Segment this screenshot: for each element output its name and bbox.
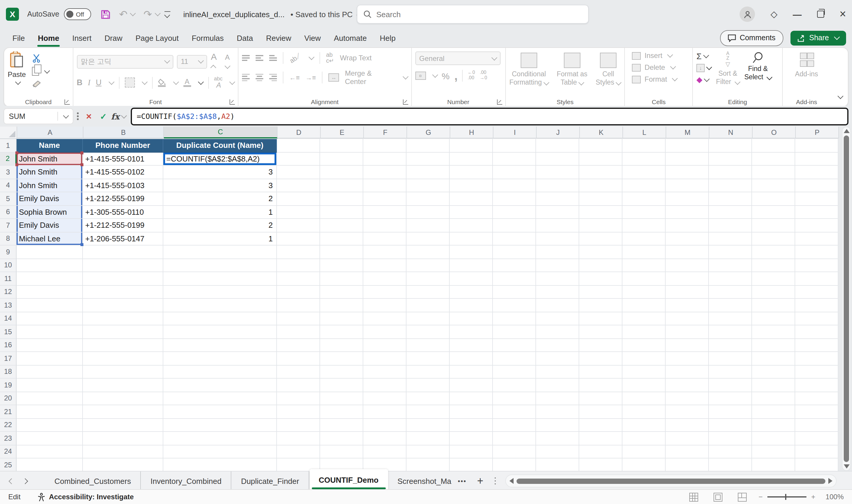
ribbon-tab-review[interactable]: Review <box>259 30 297 46</box>
cell-A3[interactable]: John Smith <box>17 166 83 179</box>
cell-I6[interactable] <box>493 205 536 219</box>
cell-O9[interactable] <box>752 246 795 259</box>
cell-G22[interactable] <box>406 418 450 432</box>
cell-I7[interactable] <box>493 219 536 232</box>
cancel-icon[interactable]: × <box>86 111 92 122</box>
cell-E8[interactable] <box>320 232 363 246</box>
cell-H25[interactable] <box>450 458 493 472</box>
cell-F2[interactable] <box>363 152 406 166</box>
cell-A6[interactable]: Sophia Brown <box>17 205 83 219</box>
cell-C8[interactable]: 1 <box>163 232 277 246</box>
autosum-button[interactable]: Σ <box>696 52 711 61</box>
row-header-6[interactable]: 6 <box>0 205 17 219</box>
cell-B21[interactable] <box>83 405 163 418</box>
bold-button[interactable]: B <box>77 78 83 87</box>
page-break-view-icon[interactable] <box>738 492 747 501</box>
cell-B10[interactable] <box>83 259 163 272</box>
cell-G24[interactable] <box>406 445 450 458</box>
cell-G20[interactable] <box>406 392 450 405</box>
cell-G13[interactable] <box>406 299 450 312</box>
cell-C7[interactable]: 2 <box>163 219 277 232</box>
cell-C1[interactable]: Duplicate Count (Name) <box>163 139 277 152</box>
cell-H18[interactable] <box>450 365 493 379</box>
cell-G5[interactable] <box>406 192 450 205</box>
cell-D12[interactable] <box>277 285 320 299</box>
cell-K23[interactable] <box>579 432 622 445</box>
font-size-select[interactable]: 11 <box>177 55 207 68</box>
column-header-G[interactable]: G <box>407 127 450 139</box>
cell-N8[interactable] <box>709 232 752 246</box>
cell-K17[interactable] <box>579 352 622 365</box>
cell-O13[interactable] <box>752 299 795 312</box>
cell-K1[interactable] <box>579 139 622 152</box>
enter-icon[interactable]: ✓ <box>100 111 107 121</box>
redo-button[interactable]: ↷ <box>144 8 152 20</box>
ribbon-tab-insert[interactable]: Insert <box>66 30 98 46</box>
row-header-17[interactable]: 17 <box>0 352 17 365</box>
cell-K22[interactable] <box>579 418 622 432</box>
cell-F17[interactable] <box>363 352 406 365</box>
cell-B3[interactable]: +1-415-555-0102 <box>83 166 163 179</box>
row-header-19[interactable]: 19 <box>0 379 17 392</box>
cell-D22[interactable] <box>277 418 320 432</box>
cell-P14[interactable] <box>795 312 838 325</box>
excel-logo-icon[interactable]: X <box>6 8 19 21</box>
cell-B8[interactable]: +1-206-555-0147 <box>83 232 163 246</box>
cell-O17[interactable] <box>752 352 795 365</box>
cell-B12[interactable] <box>83 285 163 299</box>
cell-D2[interactable] <box>277 152 320 166</box>
cell-P16[interactable] <box>795 339 838 352</box>
cell-O24[interactable] <box>752 445 795 458</box>
delete-cells-button[interactable]: Delete <box>632 63 689 72</box>
cell-A9[interactable] <box>17 246 83 259</box>
cell-H15[interactable] <box>450 325 493 339</box>
italic-button[interactable]: I <box>88 78 91 87</box>
cell-D14[interactable] <box>277 312 320 325</box>
cell-H10[interactable] <box>450 259 493 272</box>
cell-K24[interactable] <box>579 445 622 458</box>
cell-I18[interactable] <box>493 365 536 379</box>
cell-B9[interactable] <box>83 246 163 259</box>
cell-B2[interactable]: +1-415-555-0101 <box>83 152 163 166</box>
cell-I1[interactable] <box>493 139 536 152</box>
ribbon-tab-home[interactable]: Home <box>31 30 66 46</box>
cell-I24[interactable] <box>493 445 536 458</box>
quick-access-toolbar-button[interactable] <box>164 11 170 17</box>
cell-H16[interactable] <box>450 339 493 352</box>
ribbon-tab-file[interactable]: File <box>6 30 31 46</box>
row-header-24[interactable]: 24 <box>0 445 17 458</box>
cell-E21[interactable] <box>320 405 363 418</box>
cell-D21[interactable] <box>277 405 320 418</box>
sheet-tab-inventory_combined[interactable]: Inventory_Combined <box>141 471 232 490</box>
cell-O2[interactable] <box>752 152 795 166</box>
cell-N5[interactable] <box>709 192 752 205</box>
cell-P21[interactable] <box>795 405 838 418</box>
cell-I25[interactable] <box>493 458 536 472</box>
cell-E16[interactable] <box>320 339 363 352</box>
cell-G12[interactable] <box>406 285 450 299</box>
cell-N7[interactable] <box>709 219 752 232</box>
copy-button[interactable] <box>32 67 49 76</box>
cell-P1[interactable] <box>795 139 838 152</box>
cell-G3[interactable] <box>406 166 450 179</box>
cell-H11[interactable] <box>450 272 493 285</box>
cell-N23[interactable] <box>709 432 752 445</box>
cell-E18[interactable] <box>320 365 363 379</box>
cell-J7[interactable] <box>536 219 579 232</box>
top-align-icon[interactable] <box>242 55 250 61</box>
cell-L2[interactable] <box>622 152 666 166</box>
cell-P18[interactable] <box>795 365 838 379</box>
cell-N22[interactable] <box>709 418 752 432</box>
cell-J20[interactable] <box>536 392 579 405</box>
meet-now-diamond-icon[interactable]: ◇ <box>771 9 777 19</box>
cell-N24[interactable] <box>709 445 752 458</box>
accounting-format-icon[interactable]: ¤ <box>415 72 426 80</box>
cell-I11[interactable] <box>493 272 536 285</box>
font-name-select[interactable]: 맑은 고딕 <box>77 55 173 68</box>
percent-style-button[interactable]: % <box>442 71 450 81</box>
cell-M10[interactable] <box>666 259 709 272</box>
normal-view-icon[interactable] <box>689 492 698 501</box>
cell-O1[interactable] <box>752 139 795 152</box>
cell-F6[interactable] <box>363 205 406 219</box>
cell-D10[interactable] <box>277 259 320 272</box>
